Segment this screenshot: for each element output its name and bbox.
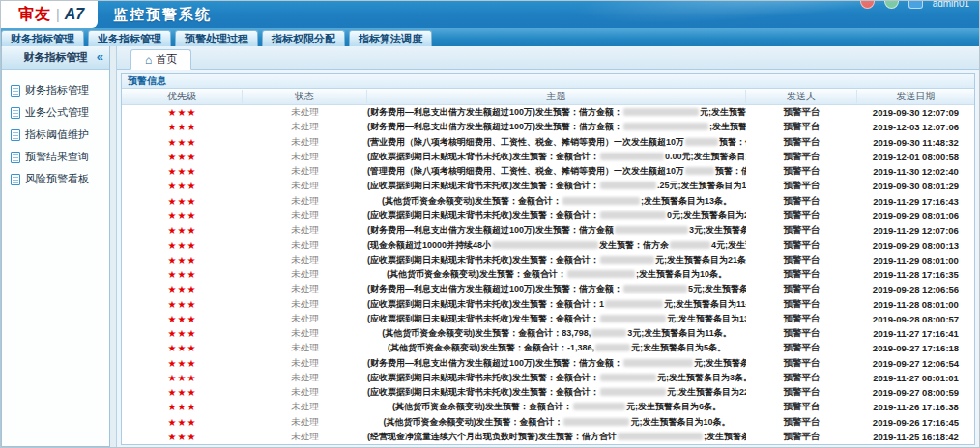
- table-row[interactable]: ★★★ 未处理 (应收票据到期日未贴现未背书未托收)发生预警：金额合计：0元;发…: [122, 209, 974, 223]
- priority-stars: ★★★: [122, 373, 243, 383]
- alert-subject: (财务费用—利息支出借方发生额超过100万)发生预警：借方金额：;发生预警条目为…: [367, 121, 746, 133]
- table-body: ★★★ 未处理 (财务费用—利息支出借方发生额超过100万)发生预警：借方金额：…: [122, 105, 974, 444]
- column-header: 优先级: [122, 90, 243, 103]
- nav-tab-4[interactable]: 指标权限分配: [262, 30, 345, 46]
- send-date: 2019-09-28 12:06:56: [857, 284, 974, 294]
- sender-label: 预警平台: [746, 268, 857, 281]
- nav-tab-5[interactable]: 指标算法调度: [349, 30, 432, 46]
- send-date: 2019-11-30 12:02:40: [857, 166, 974, 177]
- panel-title: 预警信息: [122, 74, 974, 89]
- sender-label: 预警平台: [746, 342, 857, 354]
- sidebar-item-label: 预警结果查询: [25, 150, 89, 164]
- tab-home[interactable]: ⌂ 首页: [130, 49, 191, 70]
- message-icon[interactable]: [884, 1, 899, 9]
- sender-label: 预警平台: [746, 401, 857, 413]
- send-date: 2019-11-28 17:16:35: [857, 269, 974, 280]
- status-label: 未处理: [243, 121, 367, 133]
- table-row[interactable]: ★★★ 未处理 (应收票据到期日未贴现未背书未托收)发生预警：金额合计：元;发生…: [122, 253, 974, 267]
- sidebar-item-label: 指标阈值维护: [25, 127, 89, 142]
- sidebar-item[interactable]: 预警结果查询: [11, 146, 109, 168]
- table-row[interactable]: ★★★ 未处理 (财务费用—利息支出借方发生额超过100万)发生预警：借方金额：…: [122, 105, 974, 120]
- status-label: 未处理: [243, 151, 367, 163]
- nav-tab-3[interactable]: 预警处理过程: [175, 30, 258, 46]
- table-row[interactable]: ★★★ 未处理 (应收票据到期日未贴现未背书未托收)发生预警：金额合计：元;发生…: [122, 371, 974, 385]
- sidebar-menu: 财务指标管理 业务公式管理 指标阈值维护 预警结果查询 风险预警看板: [2, 70, 109, 190]
- table-row[interactable]: ★★★ 未处理 (应收票据到期日未贴现未背书未托收)发生预警：金额合计：0.00…: [122, 150, 974, 164]
- priority-stars: ★★★: [122, 166, 243, 177]
- sender-label: 预警平台: [746, 431, 857, 443]
- sidebar-item[interactable]: 财务指标管理: [11, 79, 109, 101]
- sender-label: 预警平台: [746, 151, 857, 163]
- status-label: 未处理: [243, 136, 367, 149]
- status-label: 未处理: [243, 298, 367, 311]
- send-date: 2019-09-30 12:07:09: [857, 107, 974, 118]
- document-icon: [11, 129, 20, 141]
- priority-stars: ★★★: [122, 122, 243, 132]
- table-row[interactable]: ★★★ 未处理 (其他货币资金余额变动)发生预警：金额合计：-1,386,元;发…: [122, 341, 974, 355]
- splitter-handle[interactable]: [110, 46, 117, 447]
- alert-subject: (应收票据到期日未贴现未背书未托收)发生预警：金额合计：.25元;发生预警条目为…: [367, 180, 746, 192]
- sidebar-item-label: 业务公式管理: [25, 105, 89, 120]
- alert-subject: (其他货币资金余额变动)发生预警：金额合计：83,798,3元;发生预警条目为1…: [367, 327, 746, 340]
- table-row[interactable]: ★★★ 未处理 (应收票据到期日未贴现未背书未托收)发生预警：金额合计：.25元…: [122, 179, 974, 193]
- sender-label: 预警平台: [746, 195, 857, 208]
- redacted-amount: [615, 226, 688, 234]
- table-row[interactable]: ★★★ 未处理 (营业费用（除八项考核明细费用、工资性、税金、摊销等费用）一次发…: [122, 135, 974, 150]
- sender-label: 预警平台: [746, 136, 857, 149]
- sender-label: 预警平台: [746, 210, 857, 222]
- app-header: 审友 | A7 监控预警系统 admin01: [1, 1, 979, 28]
- sender-label: 预警平台: [746, 372, 857, 384]
- priority-stars: ★★★: [122, 417, 243, 428]
- alert-subject: (应收票据到期日未贴现未背书未托收)发生预警：金额合计：1元;发生预警条目为11…: [367, 298, 746, 311]
- sender-label: 预警平台: [746, 327, 857, 340]
- user-icon[interactable]: [908, 1, 923, 9]
- table-row[interactable]: ★★★ 未处理 (财务费用—利息支出借方发生额超过100万)发生预警：借方金额：…: [122, 282, 974, 296]
- table-row[interactable]: ★★★ 未处理 (应收票据到期日未贴现未背书未托收)发生预警：金额合计：元;发生…: [122, 312, 974, 326]
- status-label: 未处理: [243, 386, 367, 399]
- nav-tab-1[interactable]: 财务指标管理: [1, 30, 84, 46]
- sender-label: 预警平台: [746, 254, 857, 266]
- sidebar-item[interactable]: 指标阈值维护: [11, 124, 109, 146]
- sidebar-item[interactable]: 业务公式管理: [11, 101, 109, 124]
- alert-subject: (应收票据到期日未贴现未背书未托收)发生预警：金额合计：元;发生预警条目为3条。: [367, 372, 746, 384]
- alert-subject: (其他货币资金余额变动)发生预警：金额合计：;发生预警条目为13条。: [367, 195, 746, 208]
- send-date: 2019-09-30 11:48:32: [857, 137, 974, 148]
- table-row[interactable]: ★★★ 未处理 (财务费用—利息支出借方发生额超过100万)发生预警：借方金额：…: [122, 356, 974, 371]
- sidebar-title: 财务指标管理: [24, 50, 88, 65]
- logo-brand: 审友: [18, 5, 51, 25]
- priority-stars: ★★★: [122, 210, 243, 221]
- collapse-icon[interactable]: «: [97, 49, 103, 64]
- table-row[interactable]: ★★★ 未处理 (财务费用—利息支出借方发生额超过100万)发生预警：借方金额：…: [122, 120, 974, 134]
- sender-label: 预警平台: [746, 121, 857, 133]
- table-row[interactable]: ★★★ 未处理 (管理费用（除八项考核明细费用、工资性、税金、摊销等费用）一次发…: [122, 164, 974, 179]
- table-row[interactable]: ★★★ 未处理 (应收票据到期日未贴现未背书未托收)发生预警：金额合计：元;发生…: [122, 385, 974, 400]
- priority-stars: ★★★: [122, 358, 243, 369]
- send-date: 2019-09-29 08:00:13: [857, 240, 974, 251]
- send-date: 2019-11-29 17:16:43: [857, 196, 974, 207]
- alert-panel: 预警信息 优先级状态主题发送人发送日期 ★★★ 未处理 (财务费用—利息支出借方…: [121, 73, 975, 445]
- alert-subject: (应收票据到期日未贴现未背书未托收)发生预警：金额合计：0.00元;发生预警条目…: [367, 151, 746, 163]
- redacted-amount: [600, 388, 666, 396]
- table-row[interactable]: ★★★ 未处理 (现金余额超过10000并持续48小发生预警：借方余4元;发生预…: [122, 238, 974, 252]
- send-date: 2019-09-29 08:01:06: [857, 210, 974, 221]
- sidebar-header: 财务指标管理 «: [2, 46, 109, 70]
- alert-icon[interactable]: [860, 1, 875, 9]
- table-row[interactable]: ★★★ 未处理 (应收票据到期日未贴现未背书未托收)发生预警：金额合计：1元;发…: [122, 296, 974, 311]
- redacted-amount: [605, 300, 663, 308]
- table-row[interactable]: ★★★ 未处理 (其他货币资金余额变动)发生预警：金额合计：83,798,3元;…: [122, 326, 974, 341]
- document-icon: [11, 107, 20, 119]
- alert-subject: (营业费用（除八项考核明细费用、工资性、税金、摊销等费用）一次发生额超10万预警…: [367, 136, 746, 149]
- send-date: 2019-09-30 08:01:29: [857, 181, 974, 191]
- nav-tab-2[interactable]: 业务指标管理: [88, 30, 171, 46]
- tab-home-label: 首页: [156, 52, 177, 67]
- redacted-amount: [591, 329, 626, 337]
- table-row[interactable]: ★★★ 未处理 (经营现金净流量连续六个月出现负数时预警)发生预警：借方合计;发…: [122, 430, 974, 444]
- table-row[interactable]: ★★★ 未处理 (其他货币资金余额变动)发生预警：金额合计：元;发生预警条目为1…: [122, 415, 974, 430]
- table-row[interactable]: ★★★ 未处理 (财务费用—利息支出借方发生额超过100万)发生预警：借方金额3…: [122, 223, 974, 238]
- sender-label: 预警平台: [746, 165, 857, 178]
- table-row[interactable]: ★★★ 未处理 (其他货币资金余额变动)发生预警：金额合计：;发生预警条目为13…: [122, 194, 974, 209]
- redacted-amount: [600, 211, 666, 219]
- sidebar-item[interactable]: 风险预警看板: [11, 168, 109, 190]
- table-row[interactable]: ★★★ 未处理 (其他货币资金余额变动)发生预警：金额合计：元;发生预警条目为6…: [122, 400, 974, 414]
- table-row[interactable]: ★★★ 未处理 (其他货币资金余额变动)发生预警：金额合计：;发生预警条目为10…: [122, 267, 974, 282]
